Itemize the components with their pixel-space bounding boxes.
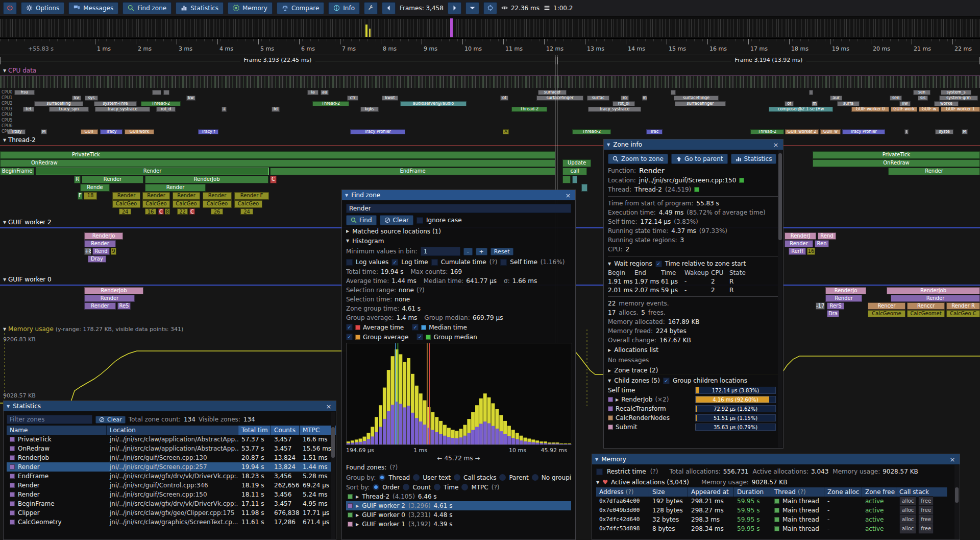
sort-by-option[interactable]: Count bbox=[412, 484, 431, 491]
expand-icon[interactable]: ▶ bbox=[608, 368, 611, 373]
collapse-icon[interactable]: ▼ bbox=[345, 193, 348, 198]
allocation-row[interactable]: 0x7e049b3d00128 bytes298.27 ms59.95 sMai… bbox=[596, 506, 955, 515]
allocation-row[interactable]: 0x7dfc42d64032 bytes298.3 ms59.95 sMain … bbox=[596, 515, 955, 524]
timeline-zone[interactable]: RenderJob bbox=[145, 176, 268, 183]
frame-label[interactable]: Frame 3,193 (22.45 ms) bbox=[240, 57, 315, 63]
found-zone-group[interactable]: ▶GUIF worker 0(3,231)4.48 s bbox=[346, 510, 571, 520]
callstack-button[interactable]: free bbox=[918, 524, 934, 534]
group-by-option[interactable]: User text bbox=[423, 474, 451, 481]
cpu-zone[interactable]: system-grm bbox=[939, 96, 978, 101]
cpu-zone[interactable]: Trac bbox=[646, 129, 663, 134]
timeline-zone[interactable]: Render F bbox=[234, 192, 269, 200]
cpu-zone[interactable]: fisu bbox=[14, 90, 35, 95]
cpu-zone[interactable]: Thread-2 bbox=[511, 107, 547, 112]
cpu-zone[interactable]: of bbox=[785, 101, 794, 106]
cpu-zone[interactable]: ro bbox=[621, 96, 629, 101]
cpu-zone[interactable]: surfaceflinge bbox=[674, 96, 719, 101]
group-by-option[interactable]: Parent bbox=[509, 474, 528, 481]
expand-icon[interactable]: ▶ bbox=[616, 397, 619, 402]
compare-button[interactable]: Compare bbox=[277, 2, 324, 14]
timeline-zone[interactable]: 26 bbox=[211, 208, 223, 215]
cpu-zone[interactable]: tracy_syn bbox=[49, 107, 89, 112]
cpu-zone[interactable]: sen bbox=[913, 90, 930, 95]
timeline-zone[interactable]: CalcGeo bbox=[112, 200, 140, 208]
expand-icon[interactable]: ▶ bbox=[356, 504, 359, 508]
cpu-zone[interactable]: ilw bbox=[899, 101, 911, 106]
timeline-zone[interactable]: Render bbox=[203, 192, 232, 200]
allocation-row[interactable]: 0x7dfaa64e00192 bytes298.21 ms59.95 sMai… bbox=[596, 497, 955, 506]
stats-row[interactable]: Renderjni/../jni/src/guif/Screen.cpp:257… bbox=[7, 462, 333, 472]
timeline-zone[interactable]: EndFrame bbox=[270, 168, 555, 175]
histogram-section-label[interactable]: Histogram bbox=[352, 238, 384, 245]
callstack-button[interactable]: alloc bbox=[899, 496, 916, 506]
cpu-zone[interactable]: composer@2.1-se (Hw bbox=[769, 107, 833, 112]
zone-info-titlebar[interactable]: ▼ Zone info × bbox=[604, 139, 783, 150]
stats-row[interactable]: CalcGeometryjni/../jni/src/claw/graphics… bbox=[7, 518, 333, 527]
find-zone-histogram[interactable] bbox=[346, 343, 572, 445]
thread-header[interactable]: ▼ GUIF worker 2 bbox=[3, 219, 52, 226]
cpu-zone[interactable]: GUIF worker 0 bbox=[851, 107, 889, 112]
cpu-zone[interactable]: fd bbox=[272, 107, 280, 112]
stats-row[interactable]: Clipperjni/../jni/src/claw/gfx/geo/Clipp… bbox=[7, 508, 333, 518]
expand-icon[interactable]: ▶ bbox=[608, 348, 611, 353]
cpu-zone[interactable]: tracy_systrace bbox=[95, 107, 150, 112]
help-icon[interactable]: (?) bbox=[650, 468, 658, 475]
cpu-zone[interactable]: sis bbox=[918, 96, 928, 101]
allocation-row[interactable]: 0x7dfc53d8988 bytes298.34 ms59.95 sMain … bbox=[596, 524, 955, 533]
cpu-zone[interactable]: kwot bbox=[382, 96, 398, 101]
close-icon[interactable]: × bbox=[564, 192, 572, 199]
timeline-zone[interactable]: RenderJob bbox=[84, 287, 143, 294]
thread-value[interactable]: Thread-2 bbox=[634, 186, 662, 193]
option-checkbox[interactable]: ✓ bbox=[391, 259, 398, 266]
cpu-data-header[interactable]: ▼ CPU data bbox=[3, 67, 36, 74]
alloc-address[interactable]: 0x7dfaa64e00 bbox=[596, 497, 649, 506]
wait-col-header[interactable]: End bbox=[634, 269, 661, 276]
timeline-zone[interactable]: RenderJo bbox=[825, 287, 866, 294]
memory-button[interactable]: Memory bbox=[228, 2, 273, 14]
sort-by-radio[interactable] bbox=[461, 484, 468, 490]
clear-filter-button[interactable]: Clear bbox=[95, 416, 126, 424]
statistics-button[interactable]: Statistics bbox=[176, 2, 224, 14]
child-zone-row[interactable]: RecalcTransform72.92 μs (1.62%) bbox=[608, 404, 779, 413]
cpu-zone[interactable]: sen bbox=[890, 96, 902, 101]
scrollbar[interactable] bbox=[954, 465, 959, 539]
option-checkbox[interactable]: ✓ bbox=[431, 259, 438, 266]
sort-by-radio[interactable] bbox=[403, 484, 409, 490]
group-by-radio[interactable] bbox=[413, 474, 420, 481]
cpu-zone[interactable]: I bbox=[904, 129, 909, 134]
timeline-zone[interactable]: Render bbox=[888, 168, 980, 175]
cpu-zone[interactable]: GUIF worker 1 bbox=[941, 107, 980, 112]
power-button[interactable] bbox=[3, 2, 17, 14]
help-icon[interactable]: (?) bbox=[492, 484, 500, 491]
memory-col-header[interactable]: Zone free bbox=[862, 487, 896, 497]
options-button[interactable]: Options bbox=[21, 2, 64, 14]
timeline-zone[interactable]: -17 bbox=[816, 302, 825, 310]
memory-col-header[interactable]: Size bbox=[649, 487, 688, 497]
stats-row[interactable]: OnRedrawjni/../jni/src/claw/application/… bbox=[7, 444, 333, 453]
cpu-zone[interactable]: surfacefinger bbox=[536, 96, 583, 101]
timeline-zone[interactable]: BeginFrame bbox=[0, 168, 34, 175]
wait-col-header[interactable]: Begin bbox=[608, 269, 634, 276]
timeline-zone[interactable]: R bbox=[74, 176, 81, 183]
group-by-option[interactable]: Thread bbox=[388, 474, 410, 481]
help-icon[interactable]: (?) bbox=[798, 488, 806, 496]
cpu-zone[interactable]: system_s bbox=[941, 90, 971, 95]
memory-col-header[interactable]: Thread(?) bbox=[771, 487, 824, 497]
cpu-zone[interactable]: audioserver@/audio bbox=[400, 101, 467, 106]
cpu-zone[interactable]: M bbox=[41, 129, 47, 134]
cpu-zone[interactable]: worke bbox=[934, 101, 959, 106]
cpu-zone[interactable]: surfa bbox=[837, 101, 860, 106]
timeline-zone[interactable]: Render bbox=[36, 168, 269, 175]
callstack-button[interactable]: free bbox=[918, 505, 934, 515]
find-zone-search-input[interactable] bbox=[346, 204, 571, 213]
cpu-zone[interactable]: rot_ol bbox=[612, 101, 635, 106]
restrict-time-checkbox[interactable]: ✓ bbox=[596, 468, 603, 475]
timeline-zone[interactable]: Render bbox=[84, 240, 116, 247]
stats-col-header[interactable]: Name bbox=[7, 426, 107, 435]
cpu-zone[interactable]: A bbox=[503, 129, 509, 134]
min-bin-decrease-button[interactable]: - bbox=[463, 248, 473, 255]
group-by-radio[interactable] bbox=[379, 474, 385, 481]
cpu-zone[interactable]: Thread-2 bbox=[312, 101, 349, 106]
timeline-zone[interactable]: 9 bbox=[111, 248, 116, 255]
option-checkbox[interactable]: ✓ bbox=[346, 259, 353, 266]
